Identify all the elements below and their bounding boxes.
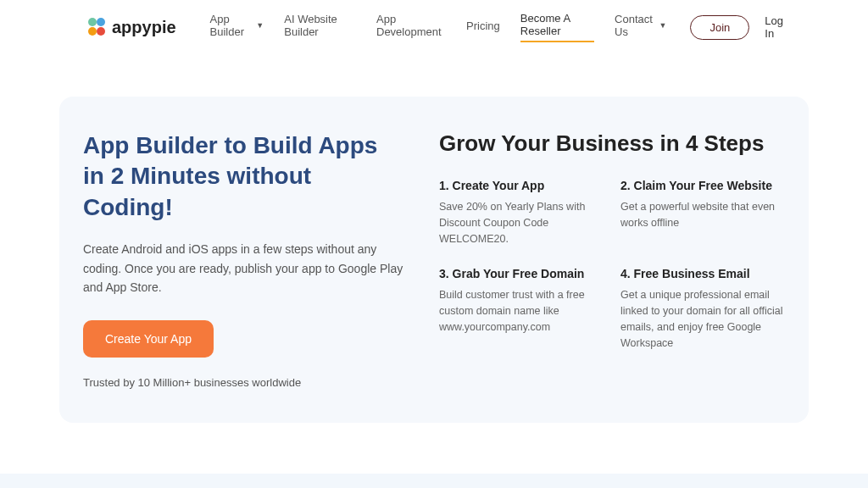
step-1: 1. Create Your AppSave 20% on Yearly Pla…: [439, 179, 604, 247]
nav-become-reseller[interactable]: Become A Reseller: [520, 12, 594, 42]
logo-icon: [85, 15, 108, 39]
login-link[interactable]: Log In: [765, 14, 783, 40]
step-title: 1. Create Your App: [439, 179, 604, 192]
step-title: 4. Free Business Email: [620, 267, 785, 280]
svg-point-3: [97, 27, 105, 36]
hero-section: App Builder to Build Apps in 2 Minutes w…: [59, 97, 809, 423]
header: appypie App Builder▼ AI Website Builder …: [0, 0, 868, 54]
hero-title: App Builder to Build Apps in 2 Minutes w…: [83, 130, 405, 223]
chevron-down-icon: ▼: [659, 21, 667, 30]
step-title: 2. Claim Your Free Website: [620, 179, 785, 192]
step-2: 2. Claim Your Free WebsiteGet a powerful…: [620, 179, 785, 247]
nav-ai-website-builder[interactable]: AI Website Builder: [284, 12, 356, 42]
step-desc: Build customer trust with a free custom …: [439, 287, 604, 335]
logo[interactable]: appypie: [85, 15, 176, 39]
auth-area: Join Log In: [690, 14, 783, 40]
hero-right: Grow Your Business in 4 Steps 1. Create …: [439, 130, 785, 389]
nav-app-development[interactable]: App Development: [376, 12, 446, 42]
nav-pricing[interactable]: Pricing: [466, 12, 500, 42]
step-title: 3. Grab Your Free Domain: [439, 267, 604, 280]
steps-grid: 1. Create Your AppSave 20% on Yearly Pla…: [439, 179, 785, 351]
nav-contact-us[interactable]: Contact Us▼: [615, 12, 666, 42]
hero-left: App Builder to Build Apps in 2 Minutes w…: [83, 130, 405, 389]
step-desc: Get a unique professional email linked t…: [620, 287, 785, 351]
step-desc: Save 20% on Yearly Plans with Discount C…: [439, 199, 604, 247]
social-proof-section: Reviews And Testimonials Capterra In the…: [0, 474, 868, 488]
svg-point-2: [88, 27, 97, 36]
step-4: 4. Free Business EmailGet a unique profe…: [620, 267, 785, 351]
join-button[interactable]: Join: [690, 15, 749, 40]
chevron-down-icon: ▼: [256, 21, 264, 30]
create-app-button[interactable]: Create Your App: [83, 320, 214, 358]
logo-text: appypie: [112, 18, 176, 37]
svg-point-1: [97, 18, 105, 26]
grow-title: Grow Your Business in 4 Steps: [439, 130, 785, 157]
step-desc: Get a powerful website that even works o…: [620, 199, 785, 231]
hero-description: Create Android and iOS apps in a few ste…: [83, 240, 405, 297]
main-nav: App Builder▼ AI Website Builder App Deve…: [210, 12, 667, 42]
step-3: 3. Grab Your Free DomainBuild customer t…: [439, 267, 604, 351]
trusted-text: Trusted by 10 Million+ businesses worldw…: [83, 376, 405, 389]
svg-point-0: [88, 18, 97, 26]
nav-app-builder[interactable]: App Builder▼: [210, 12, 264, 42]
